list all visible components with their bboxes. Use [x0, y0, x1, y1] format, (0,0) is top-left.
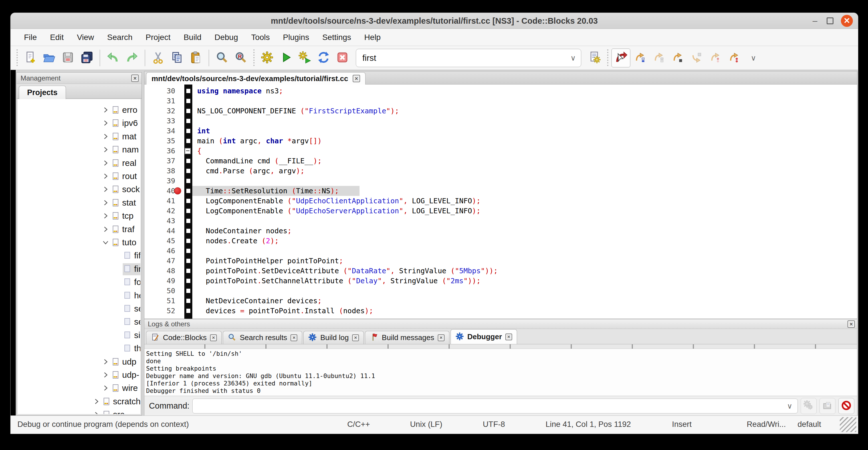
line-number[interactable]: 48	[144, 266, 175, 276]
rebuild-button[interactable]	[314, 49, 333, 67]
replace-button[interactable]: R	[231, 49, 250, 67]
line-number[interactable]: 33	[144, 116, 175, 126]
chevron-right-icon[interactable]	[102, 173, 109, 180]
code-line-44[interactable]: 44 NodeContainer nodes;	[144, 226, 857, 236]
code-line-39[interactable]: 39	[144, 176, 857, 186]
line-number[interactable]: 45	[144, 236, 175, 246]
tree-item-fir[interactable]: fir	[18, 263, 141, 276]
chevron-right-icon[interactable]	[102, 133, 109, 140]
tree-item-stat[interactable]: stat	[18, 197, 141, 210]
tree-item-erro[interactable]: erro	[18, 103, 141, 117]
close-icon[interactable]: ✕	[841, 15, 853, 27]
code-line-35[interactable]: 35main (int argc, char *argv[])	[144, 136, 857, 146]
fold-collapse-icon[interactable]	[185, 148, 191, 154]
breakpoint-icon[interactable]	[174, 187, 181, 194]
tree-item-mat[interactable]: mat	[18, 130, 141, 143]
stop-debugger-button[interactable]	[838, 398, 854, 414]
line-number[interactable]: 51	[144, 296, 175, 306]
tree-item-scratch[interactable]: scratch	[18, 395, 141, 408]
line-number[interactable]: 46	[144, 246, 175, 256]
tree-item-he[interactable]: he	[18, 289, 141, 302]
code-line-32[interactable]: 32NS_LOG_COMPONENT_DEFINE ("FirstScriptE…	[144, 106, 857, 116]
code-line-33[interactable]: 33	[144, 116, 857, 126]
tree-item-th[interactable]: th	[18, 342, 141, 355]
cut-button[interactable]	[149, 49, 167, 67]
step-into-instruction-button[interactable]	[724, 49, 743, 67]
line-number[interactable]: 40	[144, 186, 175, 196]
menu-build[interactable]: Build	[177, 29, 208, 46]
log-tab-build-messages[interactable]: Build messages×	[365, 331, 450, 344]
tree-item-se[interactable]: se	[18, 302, 141, 316]
menu-view[interactable]: View	[70, 29, 100, 46]
compile-current-file-button[interactable]	[585, 49, 604, 67]
chevron-down-icon[interactable]	[102, 239, 109, 246]
tree-item-udp-[interactable]: udp-	[18, 369, 141, 382]
log-tab-code-blocks[interactable]: Code::Blocks×	[146, 331, 222, 344]
open-file-button[interactable]	[40, 49, 59, 67]
code-line-42[interactable]: 42 LogComponentEnable ("UdpEchoServerApp…	[144, 206, 857, 216]
menu-project[interactable]: Project	[139, 29, 177, 46]
chevron-right-icon[interactable]	[102, 186, 109, 193]
chevron-right-icon[interactable]	[102, 160, 109, 167]
chevron-right-icon[interactable]	[102, 107, 109, 113]
code-line-43[interactable]: 43	[144, 216, 857, 226]
next-line-button[interactable]	[649, 49, 668, 67]
menu-edit[interactable]: Edit	[43, 29, 70, 46]
logs-close-icon[interactable]: ×	[847, 320, 855, 328]
toolbar-grip[interactable]	[16, 50, 19, 66]
debug-continue-button[interactable]	[612, 49, 630, 67]
line-number[interactable]: 43	[144, 216, 175, 226]
code-line-50[interactable]: 50	[144, 286, 857, 296]
log-tab-debugger[interactable]: Debugger×	[451, 329, 517, 344]
line-number[interactable]: 41	[144, 196, 175, 206]
copy-button[interactable]	[167, 49, 186, 67]
tree-item-tuto[interactable]: tuto	[18, 236, 141, 249]
tree-item-src[interactable]: src	[18, 408, 141, 414]
line-number[interactable]: 32	[144, 106, 175, 116]
line-number[interactable]: 47	[144, 256, 175, 266]
code-line-37[interactable]: 37 CommandLine cmd (__FILE__);	[144, 156, 857, 166]
redo-button[interactable]	[122, 49, 141, 67]
menu-help[interactable]: Help	[358, 29, 388, 46]
next-instruction-button[interactable]	[706, 49, 724, 67]
minimize-icon[interactable]: –	[811, 17, 819, 25]
code-line-30[interactable]: 30using namespace ns3;	[144, 86, 857, 96]
chevron-right-icon[interactable]	[102, 226, 109, 233]
chevron-right-icon[interactable]	[102, 146, 109, 153]
copy-log-button[interactable]	[819, 398, 835, 414]
build-and-run-button[interactable]	[295, 49, 314, 67]
tree-item-si[interactable]: si	[18, 329, 141, 342]
step-into-button[interactable]	[668, 49, 687, 67]
code-line-41[interactable]: 41 LogComponentEnable ("UdpEchoClientApp…	[144, 196, 857, 206]
line-number[interactable]: 39	[144, 176, 175, 186]
line-number[interactable]: 52	[144, 306, 175, 316]
chevron-right-icon[interactable]	[102, 385, 109, 391]
resize-grip[interactable]	[840, 417, 856, 432]
paste-button[interactable]	[186, 49, 205, 67]
build-target-combo[interactable]: first∨	[356, 49, 581, 67]
tree-item-fo[interactable]: fo	[18, 276, 141, 289]
title-bar[interactable]: mnt/dev/tools/source/ns-3-dev/examples/t…	[10, 13, 858, 29]
line-number[interactable]: 38	[144, 166, 175, 176]
run-button[interactable]	[277, 49, 295, 67]
chevron-right-icon[interactable]	[102, 212, 109, 219]
code-line-34[interactable]: 34int	[144, 126, 857, 136]
code-line-40[interactable]: 40 Time::SetResolution (Time::NS);	[144, 186, 857, 196]
menu-search[interactable]: Search	[101, 29, 139, 46]
menu-file[interactable]: File	[18, 29, 43, 46]
find-button[interactable]	[213, 49, 231, 67]
tree-item-traf[interactable]: traf	[18, 223, 141, 236]
toolbar-overflow-chevron-icon[interactable]: ∨	[751, 54, 756, 62]
editor-tab-first-cc[interactable]: mnt/dev/tools/source/ns-3-dev/examples/t…	[146, 72, 366, 85]
chevron-right-icon[interactable]	[102, 199, 109, 206]
code-area[interactable]: 30using namespace ns3;3132NS_LOG_COMPONE…	[144, 85, 857, 319]
line-number[interactable]: 50	[144, 286, 175, 296]
code-line-51[interactable]: 51 NetDeviceContainer devices;	[144, 296, 857, 306]
command-input[interactable]: ∨	[192, 399, 798, 414]
toolbar-grip[interactable]	[606, 50, 609, 66]
chevron-right-icon[interactable]	[102, 120, 109, 126]
code-line-48[interactable]: 48 pointToPoint.SetDeviceAttribute ("Dat…	[144, 266, 857, 276]
code-line-31[interactable]: 31	[144, 96, 857, 106]
log-tab-close-icon[interactable]: ×	[438, 334, 444, 341]
tree-item-tcp[interactable]: tcp	[18, 210, 141, 223]
